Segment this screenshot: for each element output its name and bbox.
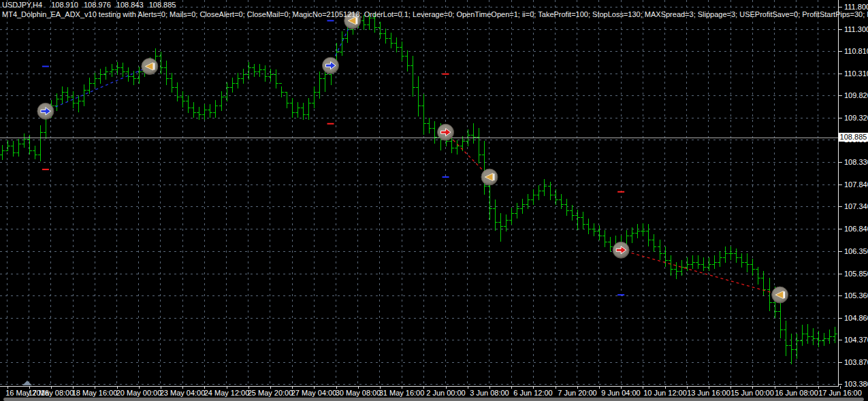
ohlc-bar [669,255,673,276]
ohlc-bar [570,205,575,220]
ohlc-open: 108.910 [51,1,78,9]
ohlc-bar [520,199,525,214]
ohlc-bar [421,94,426,134]
ohlc-bar [268,69,273,82]
ohlc-bar [131,71,136,85]
ohlc-bar [170,73,174,93]
price-tick [839,362,842,363]
sl-marker[interactable] [327,123,334,125]
ohlc-bar [312,86,317,108]
price-tick [839,206,842,207]
sl-marker[interactable] [443,74,449,75]
tp-marker[interactable] [443,176,449,178]
ohlc-bar [515,203,519,218]
ohlc-bar [159,52,163,74]
ohlc-bar [531,189,536,204]
ohlc-bar [115,62,120,75]
price-tick [839,318,842,319]
sl-marker[interactable] [42,169,49,170]
ohlc-bar [745,253,750,272]
ohlc-bar [236,73,240,88]
ohlc-bar [794,334,799,358]
ohlc-bar [635,224,640,238]
ea-parameters: MT4_Dolphin_EA_ADX_v10 testing with Aler… [2,10,868,19]
ohlc-bar [575,210,580,230]
ohlc-bar [219,91,224,111]
ohlc-bar [191,102,196,117]
ohlc-bar [652,234,656,252]
chart-shift-marker[interactable] [22,381,32,385]
ohlc-bar [103,67,108,80]
window-bottom-border [3,398,864,401]
ohlc-bar [208,104,212,117]
ohlc-bar [285,92,289,108]
price-tick [839,251,842,252]
ohlc-bar [241,69,246,84]
ohlc-bar [750,259,755,275]
time-axis[interactable]: 16 May 201617 May 08:0018 May 16:0020 Ma… [0,387,868,398]
current-price-label: 108.885 [839,133,868,142]
ohlc-bar [718,251,722,267]
price-tick [839,74,842,74]
ohlc-bar [816,331,821,347]
trade-connector-line[interactable] [621,250,779,295]
ohlc-bar [641,223,645,236]
ohlc-bar [98,69,103,84]
price-tick-label: 106.350 [844,247,868,255]
ohlc-bar [317,71,322,98]
ohlc-bar [93,73,97,87]
ohlc-bar [246,62,251,80]
price-tick-label: 107.340 [844,202,868,210]
ohlc-bar [707,257,711,271]
price-tick-label: 110.310 [844,69,868,78]
sl-marker[interactable] [617,191,624,193]
trade-connector-line[interactable] [46,67,150,112]
ohlc-bar [822,333,826,346]
ohlc-bar [630,227,634,242]
tp-marker[interactable] [327,20,334,21]
ohlc-bar [416,76,421,116]
ohlc-bar [696,255,701,269]
ohlc-bar [471,123,476,144]
price-tick-label: 107.840 [844,180,868,189]
ohlc-bar [65,87,70,101]
ohlc-bar [126,67,131,82]
ohlc-bar [800,325,805,346]
grid [0,0,838,386]
ohlc-bar [559,194,564,209]
ohlc-bar [27,135,32,155]
price-tick [839,95,842,96]
ohlc-bar [728,246,733,260]
price-chart[interactable] [0,0,839,387]
symbol-timeframe: USDJPY,H4 [2,1,42,9]
price-tick-label: 105.360 [844,291,868,300]
ohlc-bar [553,189,558,204]
ohlc-bar [279,84,284,97]
ohlc-bar [427,118,432,133]
ohlc-bar [383,29,388,44]
ohlc-bar [739,253,744,268]
ohlc-bar [482,141,487,195]
ohlc-bar [411,56,415,96]
ohlc-bar [723,246,728,263]
ohlc-bar [811,328,816,344]
price-tick-label: 109.320 [844,114,868,122]
ohlc-bar [164,61,169,85]
ohlc-bar [685,257,690,271]
ohlc-bar [405,50,410,71]
price-tick-label: 108.330 [844,158,868,166]
ohlc-bar [295,102,300,117]
ohlc-bar [274,69,278,89]
ohlc-bar [225,82,229,102]
ohlc-bar [175,82,180,102]
ohlc-bar [509,208,514,225]
price-tick-label: 103.870 [844,358,868,366]
ohlc-bar [455,140,460,155]
tp-marker[interactable] [42,66,49,67]
ohlc-bar [712,255,717,269]
tp-marker[interactable] [617,294,624,295]
price-axis[interactable]: 111.800111.300110.810110.310109.820109.3… [839,0,868,387]
ohlc-bar [592,223,596,236]
ohlc-bar [608,237,613,252]
ohlc-bar [526,194,530,209]
